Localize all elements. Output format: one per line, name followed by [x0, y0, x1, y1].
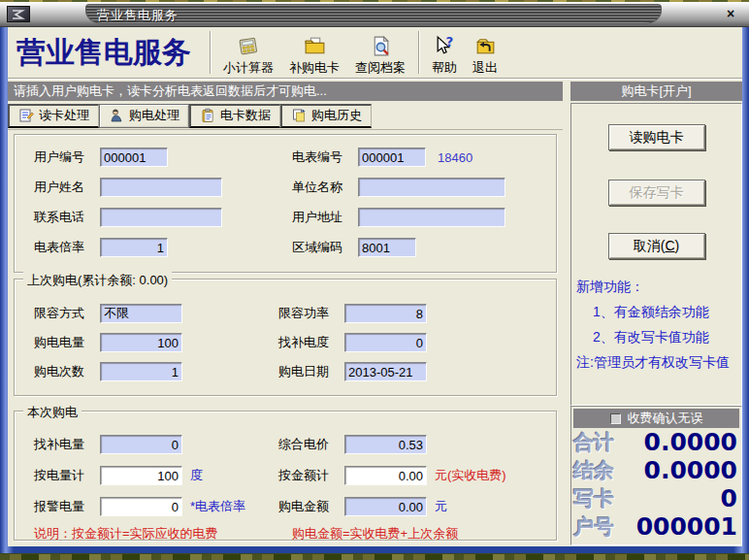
- user-info-groupbox: 用户编号 电表编号 18460 用户姓名: [14, 134, 557, 273]
- adjust-amount-label: 找补电量: [34, 436, 100, 453]
- total-row: 结余 0.0000: [571, 456, 741, 484]
- alarm-amount-input[interactable]: [101, 499, 181, 514]
- cancel-button[interactable]: 取消(C): [608, 233, 705, 259]
- user-name-input[interactable]: [101, 180, 221, 195]
- current-purchase-groupbox: 本次购电 找补电量 综合电价 按电量计: [14, 411, 557, 541]
- area-code-input[interactable]: [359, 240, 415, 255]
- address-input[interactable]: [359, 210, 505, 225]
- fee-confirm-checkbox[interactable]: [610, 413, 621, 424]
- svg-text:?: ?: [445, 34, 453, 49]
- total-sum-value: 0.0000: [644, 428, 737, 456]
- fee-confirm-label: 收费确认无误: [628, 410, 703, 427]
- purchase-money-label: 购电金额: [278, 498, 344, 515]
- note-purchase-money: 购电金额=实收电费+上次余额: [292, 525, 458, 543]
- feature-note-1: 1、有金额结余功能: [576, 304, 739, 321]
- write-card-value: 0: [721, 484, 737, 512]
- adjust-degree-input[interactable]: [345, 335, 426, 350]
- adjust-degree-label: 找补电度: [278, 334, 344, 351]
- title-bar[interactable]: 营业售电服务 ×: [0, 2, 749, 27]
- limit-power-field-frame: [344, 304, 427, 323]
- tab-purchase-label: 购电处理: [129, 107, 179, 124]
- repurchase-card-button[interactable]: 补购电卡: [281, 28, 347, 77]
- tab-card-data-label: 电卡数据: [220, 107, 271, 124]
- by-money-input[interactable]: [345, 468, 426, 483]
- totals-panel: 收费确认无误 合计 0.0000 结余 0.0000 写卡 0: [570, 406, 742, 545]
- combined-price-input[interactable]: [345, 437, 426, 452]
- cancel-label-key: C: [665, 238, 674, 253]
- toolbar-separator: [210, 31, 211, 74]
- repurchase-card-button-label: 补购电卡: [289, 59, 340, 77]
- limit-mode-input[interactable]: [101, 306, 181, 321]
- view-archives-button[interactable]: 查阅档案: [347, 28, 413, 77]
- purchase-count-field-frame: [100, 362, 182, 381]
- adjust-amount-input[interactable]: [101, 437, 181, 452]
- tab-purchase-history[interactable]: 购电历史: [280, 104, 372, 128]
- purchase-energy-input[interactable]: [101, 335, 181, 350]
- save-write-card-button[interactable]: 保存写卡: [608, 180, 705, 206]
- last-purchase-legend: 上次购电(累计余额: 0.00): [23, 272, 172, 289]
- combined-price-field-frame: [344, 435, 427, 454]
- tab-read-card[interactable]: 读卡处理: [8, 104, 99, 128]
- limit-power-input[interactable]: [345, 306, 426, 321]
- purchase-money-unit: 元: [435, 498, 447, 515]
- meter-id-field-frame: [358, 148, 426, 167]
- by-quantity-input[interactable]: [101, 468, 181, 483]
- clipboard-icon: [200, 108, 215, 123]
- card-actions-panel: 读购电卡 保存写卡 取消(C) 新增功能： 1、有金额结余功能 2、有改写卡值功…: [570, 103, 742, 406]
- folder-card-icon: [303, 34, 327, 58]
- meter-ratio-input[interactable]: [101, 240, 167, 255]
- meter-id-input[interactable]: [359, 149, 425, 165]
- calculator-button[interactable]: 小计算器: [215, 28, 281, 77]
- by-money-unit: 元(实收电费): [435, 467, 506, 484]
- by-money-label: 按金额计: [278, 467, 344, 484]
- status-message-bar: 请插入用户购电卡，读卡分析电表返回数据后才可购电...: [8, 82, 563, 101]
- last-purchase-groupbox: 上次购电(累计余额: 0.00) 限容方式 限容功率 购电电: [14, 279, 557, 396]
- user-id-input[interactable]: [101, 149, 167, 165]
- adjust-degree-field-frame: [344, 333, 427, 352]
- cancel-label-post: ): [675, 238, 680, 253]
- purchase-date-input[interactable]: [345, 364, 426, 379]
- exit-button[interactable]: 退出: [465, 28, 505, 77]
- help-icon: ?: [433, 34, 457, 58]
- purchase-money-input[interactable]: [345, 499, 426, 514]
- balance-label: 结余: [573, 457, 614, 484]
- purchase-energy-field-frame: [100, 333, 182, 352]
- tab-purchase[interactable]: 购电处理: [99, 104, 189, 128]
- user-name-field-frame: [100, 178, 222, 197]
- unit-name-label: 单位名称: [292, 179, 358, 196]
- write-card-label: 写卡: [573, 485, 614, 512]
- limit-mode-field-frame: [100, 304, 182, 323]
- limit-power-label: 限容功率: [278, 305, 344, 322]
- tab-card-data[interactable]: 电卡数据: [189, 104, 280, 128]
- user-id-field-frame: [100, 148, 168, 167]
- new-features-notes: 新增功能： 1、有金额结余功能 2、有改写卡值功能 注:管理员才有权改写卡值: [571, 259, 741, 372]
- tab-read-card-label: 读卡处理: [39, 107, 89, 124]
- purchase-count-input[interactable]: [101, 364, 181, 379]
- adjust-amount-field-frame: [100, 435, 182, 454]
- page-title: 营业售电服务: [16, 33, 205, 73]
- app-logo-icon: [7, 6, 30, 22]
- address-label: 用户地址: [292, 209, 358, 226]
- account-number-value: 000001: [636, 512, 737, 541]
- unit-name-input[interactable]: [359, 180, 505, 195]
- phone-label: 联系电话: [34, 209, 100, 226]
- current-purchase-legend: 本次购电: [23, 404, 81, 421]
- read-card-button[interactable]: 读购电卡: [608, 124, 705, 150]
- purchase-count-label: 购电次数: [34, 363, 100, 380]
- help-button[interactable]: ? 帮助: [424, 28, 465, 77]
- document-magnifier-icon: [369, 34, 393, 58]
- phone-input[interactable]: [101, 210, 221, 225]
- note-by-money: 说明：按金额计=实际应收的电费: [34, 525, 292, 543]
- document-pen-icon: [18, 108, 34, 123]
- desktop-background-bottom: [0, 554, 749, 560]
- app-window: 营业售电服务 × 营业售电服务: [0, 2, 749, 553]
- confirm-bar: 收费确认无误: [573, 409, 739, 428]
- close-button[interactable]: ×: [722, 6, 739, 22]
- cancel-label-pre: 取消(: [634, 238, 666, 253]
- help-button-label: 帮助: [432, 59, 457, 77]
- client-area: 营业售电服务 小计算器: [8, 27, 742, 546]
- window-title: 营业售电服务: [97, 7, 179, 24]
- combined-price-label: 综合电价: [278, 436, 344, 453]
- total-sum-label: 合计: [573, 429, 614, 456]
- area-code-label: 区域编码: [292, 239, 358, 256]
